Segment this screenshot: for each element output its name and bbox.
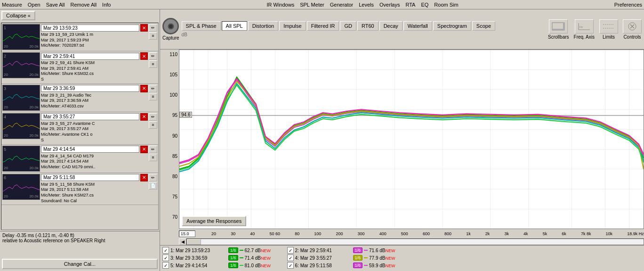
legend-fraction-6[interactable]: 1/6: [353, 263, 363, 268]
legend-fraction-2[interactable]: 1/6: [353, 247, 363, 253]
doc-button-6[interactable]: 📄: [149, 182, 157, 189]
tab-impulse[interactable]: Impulse: [279, 21, 306, 31]
menu-item-overlays[interactable]: Overlays: [379, 2, 400, 8]
menu-item-spl-meter[interactable]: SPL Meter: [300, 2, 324, 8]
info-button-3[interactable]: ≡: [149, 93, 157, 100]
scroll-left-button[interactable]: ◀: [179, 238, 186, 245]
freq-axis-icon: Hz: [575, 19, 594, 33]
menu-item-eq[interactable]: EQ: [421, 2, 428, 8]
ref-line-label: 94.6: [179, 112, 192, 118]
freq-start-input[interactable]: [179, 230, 195, 237]
tab-filtered-ir[interactable]: Filtered IR: [307, 21, 339, 31]
chart-svg: [179, 50, 644, 229]
legend-check-6[interactable]: ✓: [287, 262, 294, 269]
graph-number-3: 3: [4, 86, 6, 91]
tab-spectrogram[interactable]: Spectrogram: [433, 21, 471, 31]
freq-axis-group[interactable]: Hz Freq. Axis: [574, 19, 595, 40]
delay-text: Delay -0.35 ms (-0.121 m, -0.40 ft): [2, 233, 157, 238]
timestamp-3[interactable]: Mar 29 3:36:59: [41, 85, 139, 92]
legend-row-3: ✓ 5: Mar 29 4:14:54 1/6 81.0 dBNEW ✓ 6: …: [162, 262, 642, 269]
change-cal-button[interactable]: Change Cal...: [2, 259, 158, 269]
graph-label-20-6: 20: [4, 194, 8, 198]
info-button-5[interactable]: ≡: [149, 154, 157, 161]
chart-container: 110 105 100 95 90 85 80 75 70: [160, 49, 644, 271]
menu-item-open[interactable]: Open: [28, 2, 40, 8]
measurement-item: 4 20 20.0k Mar 29 3:55:27 ✕ Mar 29 3_55_…: [1, 112, 158, 145]
legend-label-5: 5: Mar 29 4:14:54: [170, 263, 227, 268]
edit-button-2[interactable]: ✏: [149, 52, 157, 60]
legend-check-3[interactable]: ✓: [162, 255, 169, 261]
graph-label-20k-5: 20.0k: [29, 166, 39, 170]
timestamp-1[interactable]: Mar 29 13:59:23: [41, 25, 139, 32]
timestamp-5[interactable]: Mar 29 4:14:54: [41, 146, 139, 153]
tab-gd[interactable]: GD: [340, 21, 356, 31]
horizontal-scrollbar[interactable]: [186, 238, 644, 245]
limits-group[interactable]: Limits: [599, 19, 618, 40]
edit-button-6[interactable]: ✏: [149, 174, 157, 181]
tab-all-spl[interactable]: All SPL: [222, 21, 247, 31]
edit-button-5[interactable]: ✏: [149, 146, 157, 153]
item-header-5: Mar 29 4:14:54 ✕: [41, 146, 148, 153]
graph-label-20-2: 20: [4, 73, 8, 77]
legend-check-1[interactable]: ✓: [162, 247, 169, 254]
legend-check-4[interactable]: ✓: [287, 255, 294, 261]
legend-check-2[interactable]: ✓: [287, 247, 294, 254]
timestamp-2[interactable]: Mar 29 2:59:41: [41, 53, 139, 60]
timestamp-4[interactable]: Mar 29 3:55:27: [41, 113, 139, 120]
menu-item-save-all[interactable]: Save All: [46, 2, 65, 8]
item-actions-6: ✏ 📄: [149, 174, 157, 189]
close-button-6[interactable]: ✕: [140, 174, 148, 181]
item-actions-2: ✏ ≡: [149, 52, 157, 68]
tab-distortion[interactable]: Distortion: [248, 21, 278, 31]
scrollbars-group[interactable]: Scrollbars: [548, 19, 569, 40]
close-button-5[interactable]: ✕: [140, 146, 148, 153]
menu-item-info[interactable]: Info: [102, 2, 111, 8]
edit-button-3[interactable]: ✏: [149, 85, 157, 92]
item-header-6: Mar 29 5:11:58 ✕: [41, 174, 148, 181]
menu-item-ir-windows[interactable]: IR Windows: [266, 2, 294, 8]
tab-spl-phase[interactable]: SPL & Phase: [182, 21, 221, 31]
menu-item-measure[interactable]: Measure: [2, 2, 22, 8]
close-button-1[interactable]: ✕: [140, 24, 148, 32]
info-button-1[interactable]: ≡: [149, 32, 157, 40]
menu-item-room-sim[interactable]: Room Sim: [434, 2, 458, 8]
edit-button-1[interactable]: ✏: [149, 24, 157, 32]
item-text-3: Mar 29 3_21_39 Audio Tec Mar 29, 2017 3:…: [41, 93, 148, 109]
collapse-button[interactable]: Collapse «: [1, 11, 35, 20]
menu-item-rta[interactable]: RTA: [405, 2, 415, 8]
close-button-2[interactable]: ✕: [140, 52, 148, 60]
legend-item-4: ✓ 4: Mar 29 3:55:27 1/6 77.9 dBNEW: [287, 255, 398, 261]
x-label-2k: 2k: [485, 231, 490, 236]
close-button-4[interactable]: ✕: [140, 113, 148, 121]
measurement-item: 1 20 20.0k Mar 29 13:59:23 ✕ Mar 29 13_5…: [1, 23, 158, 51]
tab-waterfall[interactable]: Waterfall: [403, 21, 432, 31]
legend-fraction-3[interactable]: 1/6: [228, 255, 238, 261]
average-responses-button[interactable]: Average the Responses: [182, 216, 246, 226]
close-button-3[interactable]: ✕: [140, 85, 148, 92]
x-label-3k: 3k: [504, 231, 509, 236]
tab-scope[interactable]: Scope: [472, 21, 495, 31]
tab-rt60[interactable]: RT60: [357, 21, 378, 31]
legend-fraction-5[interactable]: 1/6: [228, 263, 238, 268]
menu-item-remove-all[interactable]: Remove All: [70, 2, 97, 8]
controls-group[interactable]: Controls: [623, 19, 642, 40]
menu-item-generator[interactable]: Generator: [330, 2, 354, 8]
item-actions-3: ✏ ≡: [149, 85, 157, 100]
capture-button[interactable]: Capture: [162, 18, 179, 41]
menu-bar: Measure Open Save All Remove All Info IR…: [0, 0, 644, 9]
y-label-110: 110: [169, 52, 177, 57]
timestamp-6[interactable]: Mar 29 5:11:58: [41, 174, 139, 181]
legend-fraction-1[interactable]: 1/6: [228, 247, 238, 253]
menu-item-levels[interactable]: Levels: [359, 2, 374, 8]
tab-decay[interactable]: Decay: [379, 21, 402, 31]
menu-item-preferences[interactable]: Preferences: [614, 2, 642, 8]
mini-graph-3: 3 20 20.0k: [2, 85, 40, 111]
edit-button-4[interactable]: ✏: [149, 113, 157, 121]
legend-fraction-4[interactable]: 1/6: [353, 255, 363, 261]
x-label-300: 300: [358, 231, 365, 236]
y-label-75: 75: [172, 194, 177, 199]
info-button-4[interactable]: ≡: [149, 121, 157, 129]
legend-check-5[interactable]: ✓: [162, 262, 169, 269]
scroll-thumb[interactable]: [187, 239, 201, 245]
info-button-2[interactable]: ≡: [149, 60, 157, 68]
